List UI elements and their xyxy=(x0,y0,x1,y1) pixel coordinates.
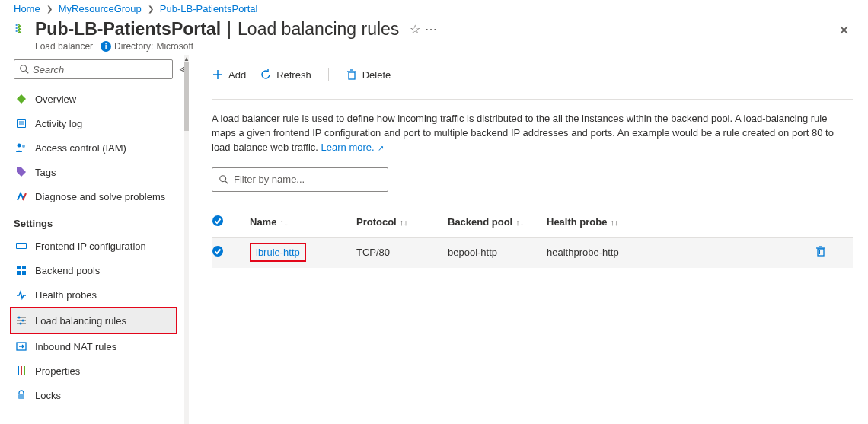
cell-probe: healthprobe-http xyxy=(547,247,669,258)
col-backend[interactable]: Backend pool↑↓ xyxy=(448,216,547,228)
svg-rect-10 xyxy=(17,244,26,248)
svg-rect-23 xyxy=(21,366,22,375)
sidebar-section-settings: Settings xyxy=(14,218,189,229)
page-section: Load balancing rules xyxy=(238,19,399,40)
sort-icon: ↑↓ xyxy=(610,218,618,227)
description-text: A load balancer rule is used to define h… xyxy=(212,112,836,155)
svg-line-1 xyxy=(26,71,29,74)
sidebar-item-overview[interactable]: Overview xyxy=(14,87,189,111)
search-icon xyxy=(219,174,229,185)
sidebar-item-iam[interactable]: Access control (IAM) xyxy=(14,135,189,160)
svg-point-19 xyxy=(22,320,24,322)
sidebar-item-frontend-ip[interactable]: Frontend IP configuration xyxy=(14,234,189,258)
sidebar-scrollbar[interactable]: ▲ xyxy=(184,55,189,424)
col-protocol[interactable]: Protocol↑↓ xyxy=(356,216,448,228)
row-checkbox[interactable] xyxy=(212,245,250,260)
favorite-star-icon[interactable]: ☆ xyxy=(410,22,420,37)
svg-point-0 xyxy=(21,65,27,72)
lb-rules-icon xyxy=(15,314,27,327)
svg-rect-22 xyxy=(18,366,19,375)
svg-rect-12 xyxy=(22,266,26,269)
svg-rect-28 xyxy=(349,72,355,79)
svg-point-8 xyxy=(22,145,25,148)
sidebar-item-lb-rules[interactable]: Load balancing rules xyxy=(11,308,176,333)
sidebar-item-locks[interactable]: Locks xyxy=(14,383,189,407)
cell-backend: bepool-http xyxy=(448,247,547,258)
diagnose-icon xyxy=(15,190,27,202)
svg-rect-35 xyxy=(818,249,824,256)
svg-point-33 xyxy=(212,215,223,226)
trash-icon xyxy=(815,245,827,257)
delete-row-button[interactable] xyxy=(815,245,853,260)
refresh-button[interactable]: Refresh xyxy=(260,69,311,81)
directory-label: Directory: xyxy=(114,41,153,52)
sidebar-item-diagnose[interactable]: Diagnose and solve problems xyxy=(14,184,189,209)
select-all-checkbox[interactable] xyxy=(212,215,250,229)
svg-rect-13 xyxy=(17,271,21,275)
highlight-box: lbrule-http xyxy=(250,243,306,262)
svg-marker-2 xyxy=(17,94,26,104)
inbound-nat-icon xyxy=(15,340,27,352)
lock-icon xyxy=(15,389,27,401)
learn-more-link[interactable]: Learn more. ↗ xyxy=(321,142,385,153)
breadcrumb-home[interactable]: Home xyxy=(14,3,40,14)
activity-log-icon xyxy=(15,117,27,129)
sort-icon: ↑↓ xyxy=(279,218,288,227)
sidebar-item-activity-log[interactable]: Activity log xyxy=(14,111,189,135)
scroll-up-arrow-icon[interactable]: ▲ xyxy=(184,55,189,62)
sidebar-item-properties[interactable]: Properties xyxy=(14,359,189,383)
sort-icon: ↑↓ xyxy=(400,218,408,227)
divider xyxy=(212,99,853,100)
toolbar-separator xyxy=(328,68,329,81)
properties-icon xyxy=(15,365,27,377)
cell-protocol: TCP/80 xyxy=(356,247,448,258)
external-link-icon: ↗ xyxy=(376,144,385,152)
close-icon[interactable]: ✕ xyxy=(838,19,854,39)
backend-pools-icon xyxy=(15,264,27,276)
svg-rect-4 xyxy=(18,120,25,127)
sidebar-search[interactable]: Search xyxy=(14,59,173,79)
sidebar-item-backend-pools[interactable]: Backend pools xyxy=(14,258,189,282)
resource-type: Load balancer xyxy=(35,41,93,52)
svg-point-18 xyxy=(18,317,21,319)
svg-line-32 xyxy=(225,180,228,183)
svg-point-7 xyxy=(18,144,21,148)
chevron-right-icon: ❯ xyxy=(46,5,53,13)
directory-value: Microsoft xyxy=(156,41,193,52)
people-icon xyxy=(15,142,27,154)
page-header: Pub-LB-PatientsPortal | Load balancing r… xyxy=(0,19,868,55)
col-name[interactable]: Name↑↓ xyxy=(250,216,356,228)
svg-rect-24 xyxy=(24,366,25,375)
filter-input[interactable] xyxy=(212,167,388,192)
load-balancer-icon xyxy=(14,22,26,34)
page-title: Pub-LB-PatientsPortal xyxy=(35,19,221,40)
search-icon xyxy=(19,64,30,75)
svg-rect-11 xyxy=(17,266,21,269)
plus-icon xyxy=(212,69,224,81)
svg-point-34 xyxy=(212,246,223,257)
table-row: lbrule-http TCP/80 bepool-http healthpro… xyxy=(212,238,853,268)
breadcrumb: Home ❯ MyResourceGroup ❯ Pub-LB-Patients… xyxy=(0,0,868,19)
col-probe[interactable]: Health probe↑↓ xyxy=(547,216,669,228)
breadcrumb-group[interactable]: MyResourceGroup xyxy=(59,3,142,14)
refresh-icon xyxy=(260,69,272,81)
add-button[interactable]: Add xyxy=(212,69,246,81)
rules-table: Name↑↓ Protocol↑↓ Backend pool↑↓ Health … xyxy=(212,207,853,268)
info-icon: i xyxy=(101,41,111,52)
sidebar-item-tags[interactable]: Tags xyxy=(14,160,189,184)
chevron-right-icon: ❯ xyxy=(148,5,154,13)
svg-rect-14 xyxy=(22,271,26,275)
table-header: Name↑↓ Protocol↑↓ Backend pool↑↓ Health … xyxy=(212,207,853,238)
sidebar-item-health-probes[interactable]: Health probes xyxy=(14,282,189,307)
svg-point-31 xyxy=(220,175,226,181)
sidebar-item-inbound-nat[interactable]: Inbound NAT rules xyxy=(14,334,189,359)
more-actions-icon[interactable]: ⋯ xyxy=(425,22,438,37)
filter-input-field[interactable] xyxy=(234,174,381,185)
frontend-ip-icon xyxy=(15,240,27,252)
sidebar: Search ≪ Overview Activity log Access co… xyxy=(0,55,189,424)
delete-button[interactable]: Delete xyxy=(346,69,391,81)
rule-name-link[interactable]: lbrule-http xyxy=(256,247,300,258)
svg-rect-25 xyxy=(18,394,24,399)
breadcrumb-resource[interactable]: Pub-LB-PatientsPortal xyxy=(160,3,258,14)
toolbar: Add Refresh Delete xyxy=(212,61,853,88)
